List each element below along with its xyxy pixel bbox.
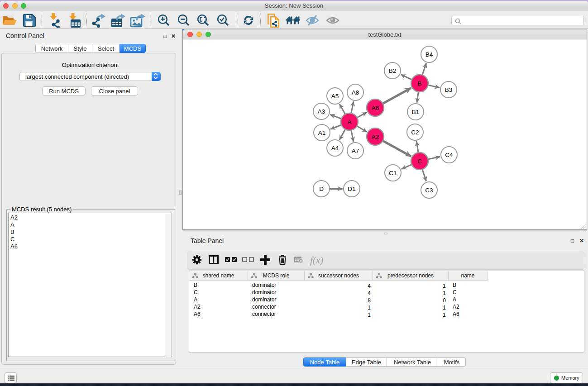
svg-text:A7: A7	[352, 148, 359, 154]
svg-text:A4: A4	[331, 145, 339, 152]
svg-text:C1: C1	[389, 170, 397, 176]
svg-text:A8: A8	[352, 89, 359, 96]
svg-text:C2: C2	[411, 129, 419, 136]
svg-text:B2: B2	[389, 67, 397, 74]
svg-text:A: A	[347, 119, 351, 125]
svg-text:B: B	[417, 80, 421, 87]
svg-text:A1: A1	[318, 129, 326, 136]
svg-text:C4: C4	[445, 152, 453, 158]
svg-text:A3: A3	[318, 108, 325, 115]
svg-text:A5: A5	[331, 93, 339, 100]
svg-text:A2: A2	[372, 133, 379, 140]
svg-text:C: C	[417, 158, 422, 165]
svg-text:D: D	[319, 186, 324, 192]
svg-text:B1: B1	[412, 109, 420, 115]
svg-text:B4: B4	[425, 51, 433, 58]
svg-text:A6: A6	[372, 105, 379, 111]
svg-text:D1: D1	[348, 186, 355, 192]
svg-text:C3: C3	[425, 187, 433, 194]
svg-text:B3: B3	[445, 86, 453, 93]
